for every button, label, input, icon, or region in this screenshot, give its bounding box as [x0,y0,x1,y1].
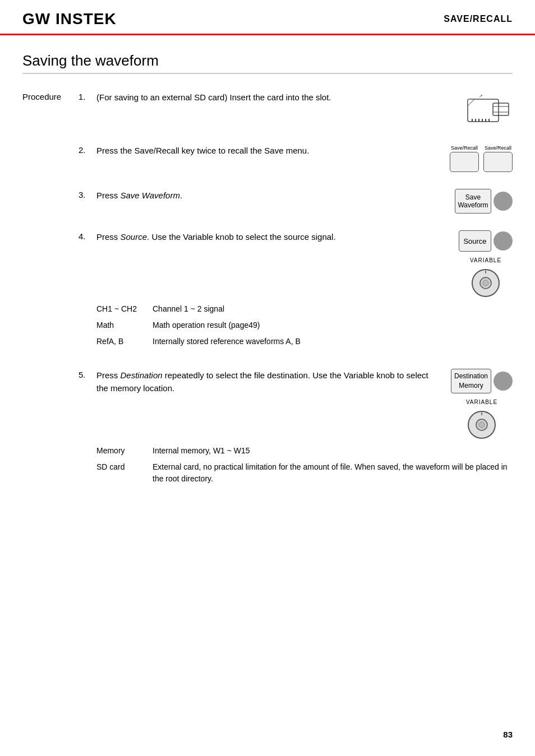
option-memory: Memory Internal memory, W1 ~ W15 [96,445,513,457]
option-sdcard: SD card External card, no practical limi… [96,461,513,485]
step-2-text: Press the Save/Recall key twice to recal… [96,144,433,157]
logo: GW INSTEK [22,10,117,28]
option-math-key: Math [96,319,153,331]
step-5-top: Press Destination repeatedly to select t… [96,369,513,440]
section-title: Saving the waveform [22,52,513,74]
svg-rect-0 [468,99,499,122]
option-sdcard-key: SD card [96,461,153,485]
step-5-number: 5. [79,369,91,379]
option-refab-key: RefA, B [96,336,153,347]
step-2-number: 2. [79,144,91,155]
save-waveform-btn-group: Save Waveform [455,189,513,214]
svg-marker-1 [468,99,474,106]
save-recall-btn-1-label: Save/Recall [451,145,478,151]
step-4-top: Press Source. Use the Variable knob to s… [96,230,513,299]
variable-knob-5[interactable] [467,410,497,440]
destination-btn[interactable]: Destination Memory [451,369,491,393]
step-5-italic: Destination [121,370,163,380]
step-4-text: Press Source. Use the Variable knob to s… [96,230,448,243]
header-title: SAVE/RECALL [444,14,513,24]
variable-label-5: VARIABLE [466,399,497,405]
procedure-label: Procedure [22,91,79,506]
step-5: 5. Press Destination repeatedly to selec… [79,369,513,489]
step-4-suffix: . Use the Variable knob to select the so… [147,232,336,242]
step-5-body: Press Destination repeatedly to select t… [96,369,513,489]
save-waveform-knob [494,192,513,211]
option-ch1-ch2: CH1 ~ CH2 Channel 1 ~ 2 signal [96,303,513,315]
step-4-body: Press Source. Use the Variable knob to s… [96,230,513,352]
variable-knob-4[interactable] [471,268,501,299]
step-3: 3. Press Save Waveform. Save Waveform [79,189,513,214]
step-1-image: ↗ [462,91,513,127]
save-recall-btn-1-group: Save/Recall [450,145,479,172]
svg-rect-8 [493,103,509,115]
option-math-val: Math operation result (page49) [153,319,513,331]
option-refab: RefA, B Internally stored reference wave… [96,336,513,347]
option-refab-val: Internally stored reference waveforms A,… [153,336,513,347]
option-memory-key: Memory [96,445,153,457]
destination-btn-line2: Memory [459,381,483,391]
page-content: Saving the waveform Procedure 1. (For sa… [0,35,535,528]
save-recall-btn-2[interactable] [483,152,513,172]
destination-btn-line1: Destination [454,372,488,381]
svg-text:↗: ↗ [479,94,483,99]
step-1-number: 1. [79,91,91,101]
procedure-container: Procedure 1. (For saving to an external … [22,91,513,506]
step-4-italic: Source [121,232,147,242]
step-4-number: 4. [79,230,91,241]
option-math: Math Math operation result (page49) [96,319,513,331]
source-btn-label: Source [463,237,486,245]
option-sdcard-val: External card, no practical limitation f… [153,461,513,485]
save-waveform-btn[interactable]: Save Waveform [455,189,491,214]
step-3-italic: Save Waveform [121,191,180,200]
step-3-text: Press Save Waveform. [96,189,438,202]
save-recall-buttons-group: Save/Recall Save/Recall [450,145,513,172]
step-5-options: Memory Internal memory, W1 ~ W15 SD card… [96,445,513,485]
step-4-image: Source VARIABLE [459,230,513,299]
step-4-options: CH1 ~ CH2 Channel 1 ~ 2 signal Math Math… [96,303,513,347]
save-recall-btn-1[interactable] [450,152,479,172]
source-btn[interactable]: Source [459,230,491,252]
source-btn-group: Source [459,230,513,252]
step-5-image: Destination Memory VARIABLE [451,369,513,440]
page-number: 83 [503,730,513,739]
destination-btn-group: Destination Memory [451,369,513,393]
step-1: 1. (For saving to an external SD card) I… [79,91,513,127]
step-3-image: Save Waveform [455,189,513,214]
steps-container: 1. (For saving to an external SD card) I… [79,91,513,506]
destination-knob-circle [494,372,513,391]
option-memory-val: Internal memory, W1 ~ W15 [153,445,513,457]
save-recall-btn-2-group: Save/Recall [483,145,513,172]
page-header: GW INSTEK SAVE/RECALL [0,0,535,35]
variable-label-4: VARIABLE [470,257,501,263]
save-recall-btn-2-label: Save/Recall [485,145,511,151]
svg-point-14 [483,280,488,286]
step-4: 4. Press Source. Use the Variable knob t… [79,230,513,352]
step-1-text: (For saving to an external SD card) Inse… [96,91,445,104]
step-2: 2. Press the Save/Recall key twice to re… [79,144,513,172]
option-ch1-ch2-key: CH1 ~ CH2 [96,303,153,315]
source-knob-circle [494,231,513,251]
sd-card-icon: ↗ [462,91,513,127]
step-3-number: 3. [79,189,91,200]
option-ch1-ch2-val: Channel 1 ~ 2 signal [153,303,513,315]
step-2-image: Save/Recall Save/Recall [450,144,513,172]
step-5-text: Press Destination repeatedly to select t… [96,369,440,395]
svg-point-18 [479,422,485,428]
